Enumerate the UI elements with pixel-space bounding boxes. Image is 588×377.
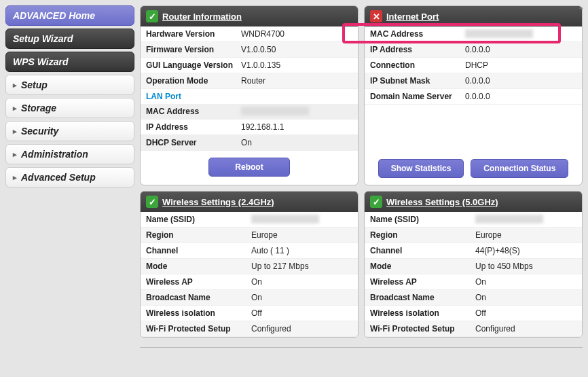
panel-wireless-24: ✓ Wireless Settings (2.4GHz) Name (SSID)… — [140, 191, 359, 338]
panel-header-router-info: ✓ Router Information — [141, 6, 358, 26]
wireless-24-link[interactable]: Wireless Settings (2.4GHz) — [162, 197, 274, 207]
chevron-right-icon: ▸ — [13, 104, 17, 113]
label: Broadcast Name — [146, 293, 251, 302]
chevron-right-icon: ▸ — [13, 173, 17, 182]
show-statistics-button[interactable]: Show Statistics — [378, 159, 464, 178]
label: Channel — [370, 246, 475, 255]
sidebar: ADVANCED Home Setup Wizard WPS Wizard ▸S… — [5, 5, 134, 348]
value: Off — [475, 308, 576, 318]
label: Firmware Version — [146, 45, 241, 54]
label: Wireless AP — [146, 277, 251, 287]
internet-port-link[interactable]: Internet Port — [386, 12, 439, 22]
value: 192.168.1.1 — [241, 122, 352, 132]
label: IP Address — [370, 45, 465, 54]
label: Wi-Fi Protected Setup — [370, 324, 475, 334]
value: Configured — [251, 324, 352, 334]
value: On — [251, 293, 352, 302]
panel-header-wireless-24: ✓ Wireless Settings (2.4GHz) — [141, 192, 358, 212]
panel-internet-port: ✕ Internet Port MAC Addressxx:xx:xx:xx I… — [364, 5, 583, 185]
value: Off — [251, 308, 352, 318]
panel-header-internet-port: ✕ Internet Port — [365, 6, 582, 26]
router-info-link[interactable]: Router Information — [162, 12, 242, 22]
label: Name (SSID) — [146, 215, 251, 224]
label: Wireless AP — [370, 277, 475, 287]
label: Domain Name Server — [370, 92, 465, 101]
value: On — [251, 277, 352, 287]
nav-wps-wizard[interactable]: WPS Wizard — [5, 52, 134, 72]
value: Auto ( 11 ) — [251, 246, 352, 255]
value: 0.0.0.0 — [465, 92, 576, 101]
value-redacted: ssid — [251, 215, 352, 224]
nav-administration[interactable]: ▸Administration — [5, 144, 134, 164]
nav-security[interactable]: ▸Security — [5, 121, 134, 141]
value: WNDR4700 — [241, 29, 352, 39]
check-icon: ✓ — [146, 196, 158, 208]
value: DHCP — [465, 60, 576, 70]
label: Hardware Version — [146, 29, 241, 39]
reboot-button[interactable]: Reboot — [208, 158, 290, 177]
label: Name (SSID) — [370, 215, 475, 224]
nav-setup-wizard[interactable]: Setup Wizard — [5, 29, 134, 49]
panel-wireless-50: ✓ Wireless Settings (5.0GHz) Name (SSID)… — [364, 191, 583, 338]
value: On — [475, 277, 576, 287]
value: Router — [241, 76, 352, 86]
value: V1.0.0.135 — [241, 60, 352, 70]
label: Region — [370, 230, 475, 240]
value: 0.0.0.0 — [465, 45, 576, 54]
lan-port-label: LAN Port — [141, 89, 358, 104]
main-content: ✓ Router Information Hardware VersionWND… — [140, 5, 583, 348]
label: GUI Language Version — [146, 60, 241, 70]
value: V1.0.0.50 — [241, 45, 352, 54]
panel-router-info: ✓ Router Information Hardware VersionWND… — [140, 5, 359, 185]
nav-storage[interactable]: ▸Storage — [5, 98, 134, 118]
label: Broadcast Name — [370, 293, 475, 302]
value: Up to 450 Mbps — [475, 262, 576, 271]
error-icon: ✕ — [370, 10, 382, 22]
label: Wireless isolation — [370, 308, 475, 318]
label: Channel — [146, 246, 251, 255]
connection-status-button[interactable]: Connection Status — [471, 159, 568, 178]
value: 44(P)+48(S) — [475, 246, 576, 255]
label: IP Address — [146, 122, 241, 132]
value: On — [475, 293, 576, 302]
label: IP Subnet Mask — [370, 76, 465, 86]
label: MAC Address — [370, 29, 465, 39]
chevron-right-icon: ▸ — [13, 81, 17, 90]
value-redacted: xx:xx:xx:xx — [465, 29, 576, 39]
label: Wi-Fi Protected Setup — [146, 324, 251, 334]
nav-advanced-setup[interactable]: ▸Advanced Setup — [5, 167, 134, 187]
value: Configured — [475, 324, 576, 334]
value: Up to 217 Mbps — [251, 262, 352, 271]
panel-header-wireless-50: ✓ Wireless Settings (5.0GHz) — [365, 192, 582, 212]
label: Mode — [146, 262, 251, 271]
divider — [140, 347, 583, 348]
label: Wireless isolation — [146, 308, 251, 318]
value: 0.0.0.0 — [465, 76, 576, 86]
value: Europe — [475, 230, 576, 240]
chevron-right-icon: ▸ — [13, 127, 17, 136]
label: Operation Mode — [146, 76, 241, 86]
label: MAC Address — [146, 107, 241, 116]
chevron-right-icon: ▸ — [13, 150, 17, 159]
check-icon: ✓ — [146, 10, 158, 22]
label: Mode — [370, 262, 475, 271]
value: On — [241, 138, 352, 147]
scrollbar[interactable] — [576, 5, 587, 372]
label: Connection — [370, 60, 465, 70]
nav-advanced-home[interactable]: ADVANCED Home — [5, 5, 134, 26]
value-redacted: ssid — [475, 215, 576, 224]
wireless-50-link[interactable]: Wireless Settings (5.0GHz) — [386, 197, 498, 207]
nav-setup[interactable]: ▸Setup — [5, 75, 134, 95]
value-redacted: xx:xx:xx:xx — [241, 107, 352, 116]
check-icon: ✓ — [370, 196, 382, 208]
label: DHCP Server — [146, 138, 241, 147]
value: Europe — [251, 230, 352, 240]
label: Region — [146, 230, 251, 240]
